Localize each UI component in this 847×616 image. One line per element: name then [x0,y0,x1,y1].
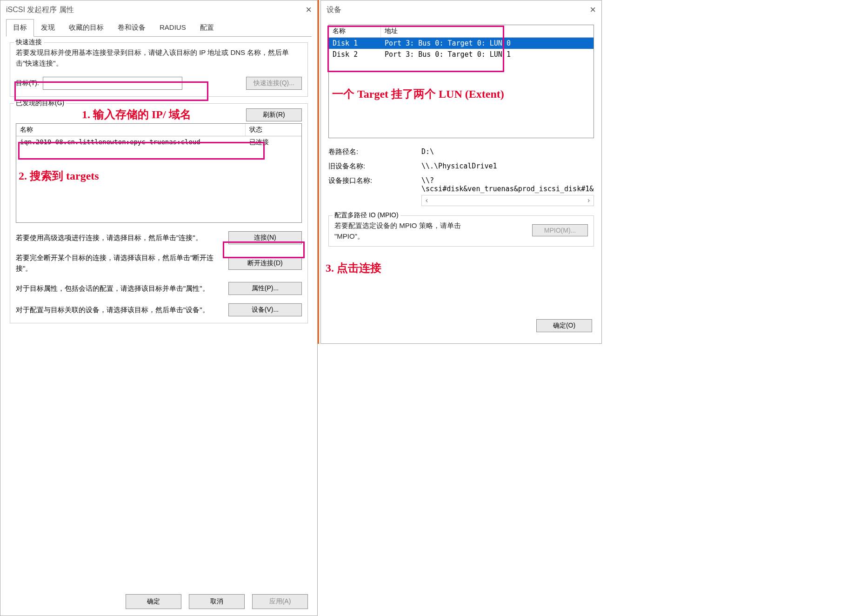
dialog-buttons: 确定 取消 应用(A) [126,594,308,609]
devices-button[interactable]: 设备(V)... [228,303,302,316]
volume-path-value: D:\ [421,147,594,156]
target-name: iqn.2019-08.cn.littlenewton:epyc-truenas… [16,136,246,148]
col-name: 名称 [16,124,246,136]
tab-config[interactable]: 配置 [193,19,221,36]
tab-bar: 目标 发现 收藏的目标 卷和设备 RADIUS 配置 [6,19,312,37]
chevron-left-icon[interactable]: ‹ [425,196,429,205]
connect-desc: 若要使用高级选项进行连接，请选择目标，然后单击"连接"。 [16,233,219,243]
mpio-group-title: 配置多路径 IO (MPIO) [333,211,400,220]
device-list[interactable]: 名称 地址 Disk 1 Port 3: Bus 0: Target 0: LU… [328,25,594,138]
annotation-2: 2. 搜索到 targets [19,168,99,183]
annotation-1: 1. 输入存储的 IP/ 域名 [82,107,191,122]
quick-connect-button: 快速连接(Q)... [246,77,302,90]
targets-list-header: 名称 状态 [16,124,301,136]
device-list-header: 名称 地址 [329,25,594,38]
tab-volumes[interactable]: 卷和设备 [111,19,153,36]
properties-desc: 对于目标属性，包括会话的配置，请选择该目标并单击"属性"。 [16,283,219,294]
annotation-3: 3. 点击连接 [326,261,381,275]
properties-button[interactable]: 属性(P)... [228,282,302,295]
target-label: 目标(T): [16,79,39,87]
titlebar-right: 设备 × [321,0,601,19]
quick-connect-desc: 若要发现目标并使用基本连接登录到目标，请键入该目标的 IP 地址或 DNS 名称… [16,47,302,68]
ok-button-right[interactable]: 确定(O) [536,319,592,332]
close-icon-right[interactable]: × [590,4,596,16]
device-name: Disk 2 [329,49,381,60]
refresh-button[interactable]: 刷新(R) [246,108,302,121]
interface-name-label: 设备接口名称: [328,176,421,206]
device-row[interactable]: Disk 1 Port 3: Bus 0: Target 0: LUN 0 [329,38,594,49]
tab-favorites[interactable]: 收藏的目标 [62,19,111,36]
window-title-right: 设备 [327,5,341,15]
devices-window: 设备 × 名称 地址 Disk 1 Port 3: Bus 0: Target … [320,0,602,344]
apply-button: 应用(A) [252,594,308,609]
disconnect-desc: 若要完全断开某个目标的连接，请选择该目标，然后单击"断开连接"。 [16,253,219,274]
interface-name-value: \\?\scsi#disk&ven_truenas&prod_iscsi_dis… [421,176,594,193]
quick-connect-group: 快速连接 若要发现目标并使用基本连接登录到目标，请键入该目标的 IP 地址或 D… [10,42,308,97]
target-row[interactable]: iqn.2019-08.cn.littlenewton:epyc-truenas… [16,136,301,148]
legacy-name-value: \\.\PhysicalDrive1 [421,162,594,171]
device-name: Disk 1 [329,38,381,49]
device-addr: Port 3: Bus 0: Target 0: LUN 0 [381,38,514,49]
mpio-group: 配置多路径 IO (MPIO) 若要配置选定设备的 MPIO 策略，请单击 "M… [328,215,594,247]
panel-divider [318,0,319,344]
volume-path-label: 卷路径名: [328,147,421,156]
devices-desc: 对于配置与目标关联的设备，请选择该目标，然后单击"设备"。 [16,305,219,315]
group-title-discovered: 已发现的目标(G) [14,99,66,107]
titlebar: iSCSI 发起程序 属性 × [0,0,317,19]
interface-scroll[interactable]: ‹ › [421,195,594,206]
legacy-name-label: 旧设备名称: [328,162,421,171]
device-addr: Port 3: Bus 0: Target 0: LUN 1 [381,49,514,60]
iscsi-properties-window: iSCSI 发起程序 属性 × 目标 发现 收藏的目标 卷和设备 RADIUS … [0,0,318,616]
ok-button[interactable]: 确定 [126,594,181,609]
col-status: 状态 [246,124,301,136]
connect-button[interactable]: 连接(N) [228,231,302,244]
mpio-button: MPIO(M)... [532,224,588,236]
cancel-button[interactable]: 取消 [189,594,245,609]
annotation-4: 一个 Target 挂了两个 LUN (Extent) [332,87,504,101]
tab-targets[interactable]: 目标 [6,19,34,37]
col-device-name: 名称 [329,25,381,37]
tab-radius[interactable]: RADIUS [153,19,193,36]
disconnect-button[interactable]: 断开连接(D) [228,257,302,270]
group-title-quick: 快速连接 [14,38,44,47]
chevron-right-icon[interactable]: › [587,196,591,205]
close-icon[interactable]: × [306,4,312,16]
discovered-targets-group: 已发现的目标(G) 刷新(R) 名称 状态 iqn.2019-08.cn.lit… [10,103,308,323]
target-input[interactable] [43,77,182,90]
mpio-desc: 若要配置选定设备的 MPIO 策略，请单击 "MPIO"。 [334,221,479,241]
device-row[interactable]: Disk 2 Port 3: Bus 0: Target 0: LUN 1 [329,49,594,60]
col-device-addr: 地址 [381,25,594,37]
target-status: 已连接 [246,136,301,148]
window-title: iSCSI 发起程序 属性 [6,5,74,15]
tab-discovery[interactable]: 发现 [34,19,62,36]
